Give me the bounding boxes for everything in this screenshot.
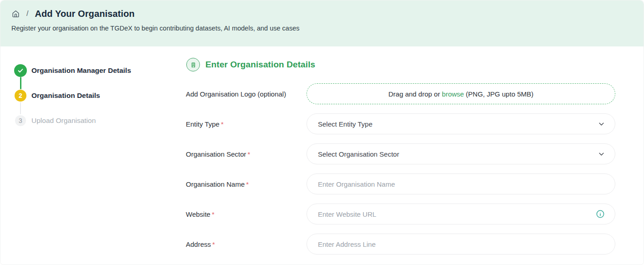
organisation-sector-select[interactable]: Select Organisation Sector [307, 143, 615, 164]
entity-type-select[interactable]: Select Entity Type [307, 113, 615, 134]
required-asterisk: * [221, 120, 224, 128]
stepper-connector-pending [20, 102, 21, 114]
stepper-step-organisation-details[interactable]: 2 Organisation Details [14, 89, 164, 102]
form-heading: Enter Organisation Details [186, 58, 615, 71]
logo-dropzone[interactable]: Drag and drop or browse (PNG, JPG upto 5… [307, 83, 615, 104]
page-subtitle: Register your organisation on the TGDeX … [11, 25, 633, 32]
entity-type-row: Entity Type* Select Entity Type [186, 113, 615, 134]
main-content: Organisation Manager Details 2 Organisat… [0, 46, 644, 265]
step-label-active: Organisation Details [31, 92, 100, 100]
step-badge-box [14, 64, 27, 77]
step-number-badge: 2 [15, 90, 26, 102]
website-control [307, 204, 615, 224]
form-heading-title: Enter Organisation Details [205, 60, 315, 70]
stepper-step-upload-organisation[interactable]: 3 Upload Organisation [14, 114, 164, 127]
required-asterisk: * [246, 180, 249, 188]
stepper-step-organisation-manager-details[interactable]: Organisation Manager Details [14, 64, 164, 77]
organisation-name-label: Organisation Name* [186, 180, 307, 188]
organisation-sector-row: Organisation Sector* Select Organisation… [186, 143, 615, 164]
organisation-name-row: Organisation Name* [186, 173, 615, 194]
step-badge-box: 3 [14, 115, 27, 126]
address-row: Address* [186, 234, 615, 255]
organisation-sector-selected-value: Select Organisation Sector [318, 150, 399, 158]
stepper-connector-complete [20, 77, 21, 89]
step-label-complete: Organisation Manager Details [31, 66, 131, 75]
dropzone-text: Drag and drop or browse (PNG, JPG upto 5… [388, 90, 533, 98]
home-icon[interactable] [11, 10, 20, 18]
organisation-name-control [307, 173, 615, 194]
required-asterisk: * [212, 240, 215, 248]
check-icon [14, 64, 27, 77]
entity-type-selected-value: Select Entity Type [318, 120, 373, 128]
breadcrumb-separator: / [26, 10, 28, 18]
chevron-down-icon [598, 121, 605, 127]
logo-field-label: Add Organisation Logo (optional) [186, 90, 307, 98]
address-label: Address* [186, 240, 307, 248]
organisation-details-form: Enter Organisation Details Add Organisat… [186, 58, 615, 264]
step-number-badge: 3 [15, 115, 26, 126]
required-asterisk: * [248, 150, 250, 158]
organisation-sector-label: Organisation Sector* [186, 150, 307, 158]
breadcrumb: / Add Your Organisation [11, 7, 633, 20]
step-badge-box: 2 [14, 90, 27, 102]
address-control [307, 234, 615, 255]
address-input[interactable] [307, 234, 615, 254]
logo-upload-row: Add Organisation Logo (optional) Drag an… [186, 83, 615, 104]
page: / Add Your Organisation Register your or… [0, 0, 644, 265]
browse-link[interactable]: browse [442, 90, 464, 98]
stepper: Organisation Manager Details 2 Organisat… [14, 64, 164, 127]
info-icon[interactable] [596, 209, 605, 219]
organisation-building-icon [186, 58, 200, 71]
page-title: Add Your Organisation [35, 9, 134, 19]
entity-type-label: Entity Type* [186, 120, 307, 128]
required-asterisk: * [212, 210, 215, 218]
organisation-name-input[interactable] [307, 174, 615, 194]
page-header: / Add Your Organisation Register your or… [0, 0, 644, 46]
website-label: Website* [186, 210, 307, 218]
website-row: Website* [186, 204, 615, 224]
chevron-down-icon [598, 151, 605, 158]
step-label-pending: Upload Organisation [31, 117, 96, 125]
website-input[interactable] [307, 204, 615, 224]
